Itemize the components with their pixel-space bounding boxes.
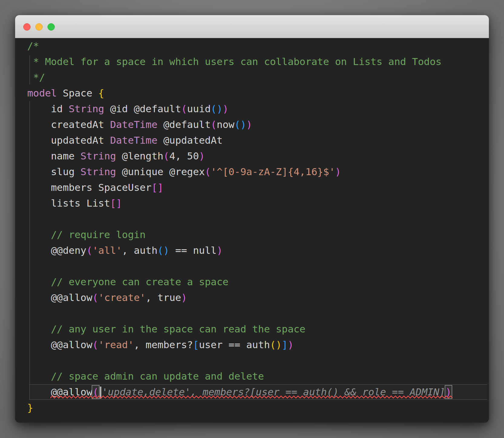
code-token: (: [87, 245, 93, 256]
code-token: // space admin can update and delete: [27, 371, 264, 382]
code-token: updatedAt: [27, 135, 110, 146]
code-line: updatedAt DateTime @updatedAt: [27, 132, 489, 148]
code-line: // space admin can update and delete: [27, 368, 489, 384]
code-token: '^[0-9a-zA-Z]{4,16}$': [211, 166, 335, 178]
code-line: * Model for a space in which users can c…: [27, 54, 489, 70]
code-token: user == auth: [199, 339, 270, 351]
code-token: (: [205, 166, 211, 178]
code-lines: /* * Model for a space in which users ca…: [15, 38, 489, 416]
code-line: name String @length(4, 50): [27, 148, 489, 164]
code-token: (: [92, 339, 98, 351]
code-token: ): [288, 339, 294, 351]
minimize-button[interactable]: [35, 23, 43, 31]
code-token: (): [211, 103, 223, 115]
code-line: model Space {: [27, 85, 489, 101]
code-token: now: [217, 119, 234, 130]
code-line: members SpaceUser[]: [27, 180, 489, 195]
code-line: @@allow('read', members?[user == auth()]…: [27, 337, 489, 353]
code-token: ): [199, 150, 205, 162]
code-line: [27, 353, 489, 368]
editor-window: /* * Model for a space in which users ca…: [15, 15, 489, 423]
code-token: @@deny: [27, 245, 87, 256]
code-token: (: [92, 292, 98, 303]
code-token: (): [234, 119, 246, 130]
window-titlebar[interactable]: [15, 15, 489, 38]
code-line: [27, 211, 489, 227]
code-line: /*: [27, 38, 489, 54]
code-token: , true: [146, 292, 181, 303]
code-token: []: [152, 182, 163, 193]
code-token: @@allow: [27, 339, 92, 351]
code-line: // everyone can create a space: [27, 274, 489, 290]
code-token: ): [335, 166, 341, 178]
code-line: slug String @unique @regex('^[0-9a-zA-Z]…: [27, 164, 489, 180]
code-token: , auth: [122, 245, 157, 256]
code-token: DateTime: [110, 135, 158, 146]
code-line: id String @id @default(uuid()): [27, 101, 489, 117]
code-token: // require login: [27, 229, 146, 240]
code-token: String: [80, 150, 116, 162]
code-token: (): [270, 339, 282, 351]
code-token: lists List: [27, 198, 110, 209]
code-token: @id @default: [104, 103, 181, 115]
code-token: String: [69, 103, 104, 115]
code-token: ): [217, 245, 223, 256]
code-token: {: [98, 87, 104, 99]
code-line: lists List[]: [27, 195, 489, 211]
code-token: ]: [282, 339, 288, 351]
code-token: @default: [157, 119, 211, 130]
code-token: ): [246, 119, 252, 130]
code-token: members SpaceUser: [27, 182, 152, 193]
code-token: 'read': [98, 339, 134, 351]
code-token: createdAt: [27, 119, 110, 130]
code-line: @@deny('all', auth() == null): [27, 243, 489, 258]
code-line: @@allow('create', true): [27, 290, 489, 306]
code-line: }: [27, 400, 489, 416]
code-editor[interactable]: /* * Model for a space in which users ca…: [15, 38, 489, 423]
code-token: model: [27, 87, 57, 99]
code-token: // everyone can create a space: [27, 276, 228, 288]
code-token: // any user in the space can read the sp…: [27, 323, 306, 335]
code-token: (: [163, 150, 169, 162]
code-token: ): [181, 292, 187, 303]
code-token: * Model for a space in which users can c…: [27, 56, 442, 67]
zoom-button[interactable]: [47, 23, 55, 31]
code-token: @updatedAt: [157, 135, 222, 146]
code-line: [27, 258, 489, 274]
code-line: [27, 306, 489, 321]
code-token: }: [27, 402, 33, 413]
code-token: == null: [169, 245, 217, 256]
code-token: id: [27, 103, 69, 115]
code-token: Space: [57, 87, 98, 99]
code-token: (: [211, 119, 217, 130]
code-line: // require login: [27, 227, 489, 243]
code-token: DateTime: [110, 119, 158, 130]
code-token: [: [193, 339, 199, 351]
code-line: */: [27, 70, 489, 85]
code-token: []: [110, 198, 122, 209]
code-line: // any user in the space can read the sp…: [27, 321, 489, 337]
code-token: @length: [116, 150, 164, 162]
error-squiggle: [50, 395, 453, 399]
code-token: slug: [27, 166, 80, 178]
code-token: (: [181, 103, 187, 115]
code-token: 4, 50: [169, 150, 199, 162]
code-line: createdAt DateTime @default(now()): [27, 117, 489, 132]
code-token: String: [80, 166, 116, 178]
code-token: */: [27, 72, 45, 83]
close-button[interactable]: [23, 23, 31, 31]
code-token: @unique @regex: [116, 166, 205, 178]
code-token: uuid: [187, 103, 211, 115]
code-token: 'all': [92, 245, 122, 256]
code-token: , members?: [134, 339, 193, 351]
code-token: 'create': [98, 292, 146, 303]
code-token: /*: [27, 40, 39, 52]
code-token: @@allow: [27, 292, 92, 303]
code-token: ): [223, 103, 229, 115]
code-token: (): [158, 245, 169, 256]
code-token: name: [27, 150, 80, 162]
